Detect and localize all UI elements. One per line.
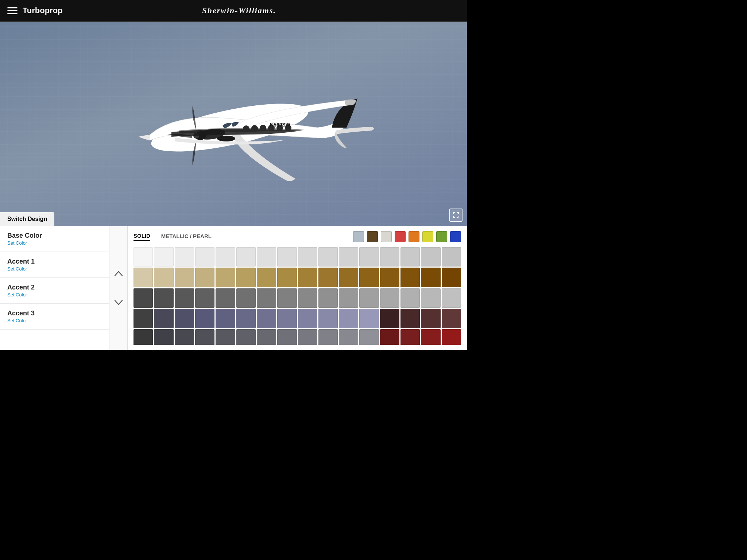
color-cell-2-3[interactable]	[195, 288, 214, 308]
sidebar-item-accent2[interactable]: Accent 2 Set Color	[0, 278, 109, 304]
color-cell-0-12[interactable]	[380, 247, 399, 267]
color-cell-3-13[interactable]	[400, 309, 420, 328]
color-cell-1-14[interactable]	[421, 268, 440, 287]
filter-swatch-4[interactable]	[409, 231, 419, 242]
color-cell-1-10[interactable]	[339, 268, 358, 287]
color-cell-0-7[interactable]	[277, 247, 297, 267]
color-cell-2-14[interactable]	[421, 288, 440, 308]
color-cell-0-1[interactable]	[154, 247, 173, 267]
sidebar-item-accent3[interactable]: Accent 3 Set Color	[0, 304, 109, 330]
color-cell-2-2[interactable]	[175, 288, 194, 308]
color-cell-0-6[interactable]	[257, 247, 276, 267]
color-cell-3-7[interactable]	[277, 309, 297, 328]
color-cell-4-0[interactable]	[133, 329, 153, 345]
color-cell-1-1[interactable]	[154, 268, 173, 287]
color-cell-0-4[interactable]	[216, 247, 235, 267]
filter-swatch-5[interactable]	[422, 231, 433, 242]
scroll-up-button[interactable]	[111, 266, 126, 281]
color-cell-3-10[interactable]	[339, 309, 358, 328]
fullscreen-button[interactable]	[449, 209, 462, 222]
color-cell-0-11[interactable]	[359, 247, 379, 267]
color-cell-0-3[interactable]	[195, 247, 214, 267]
color-cell-4-12[interactable]	[380, 329, 399, 345]
color-cell-0-10[interactable]	[339, 247, 358, 267]
filter-swatch-0[interactable]	[353, 231, 364, 242]
filter-swatch-3[interactable]	[395, 231, 406, 242]
color-cell-3-9[interactable]	[318, 309, 338, 328]
tab-metallic[interactable]: METALLIC / PEARL	[161, 233, 212, 241]
color-cell-0-2[interactable]	[175, 247, 194, 267]
color-cell-3-12[interactable]	[380, 309, 399, 328]
color-cell-0-14[interactable]	[421, 247, 440, 267]
color-cell-4-9[interactable]	[318, 329, 338, 345]
color-cell-3-14[interactable]	[421, 309, 440, 328]
color-cell-2-1[interactable]	[154, 288, 173, 308]
color-cell-0-5[interactable]	[236, 247, 256, 267]
color-cell-0-0[interactable]	[133, 247, 153, 267]
color-cell-2-0[interactable]	[133, 288, 153, 308]
color-cell-3-6[interactable]	[257, 309, 276, 328]
color-cell-4-14[interactable]	[421, 329, 440, 345]
color-cell-1-4[interactable]	[216, 268, 235, 287]
accent1-set-label: Set Color	[7, 266, 102, 272]
color-cell-3-8[interactable]	[298, 309, 317, 328]
filter-swatch-7[interactable]	[450, 231, 461, 242]
color-cell-3-1[interactable]	[154, 309, 173, 328]
filter-swatch-2[interactable]	[381, 231, 392, 242]
color-cell-4-6[interactable]	[257, 329, 276, 345]
sidebar-item-base-color[interactable]: Base Color Set Color	[0, 226, 109, 252]
color-cell-0-15[interactable]	[442, 247, 461, 267]
color-cell-1-8[interactable]	[298, 268, 317, 287]
color-cell-1-13[interactable]	[400, 268, 420, 287]
color-cell-4-3[interactable]	[195, 329, 214, 345]
color-cell-3-3[interactable]	[195, 309, 214, 328]
color-cell-1-6[interactable]	[257, 268, 276, 287]
color-cell-3-11[interactable]	[359, 309, 379, 328]
color-cell-2-10[interactable]	[339, 288, 358, 308]
color-cell-1-0[interactable]	[133, 268, 153, 287]
color-cell-1-2[interactable]	[175, 268, 194, 287]
color-cell-3-4[interactable]	[216, 309, 235, 328]
color-cell-4-10[interactable]	[339, 329, 358, 345]
color-cell-1-9[interactable]	[318, 268, 338, 287]
color-cell-1-11[interactable]	[359, 268, 379, 287]
color-cell-4-8[interactable]	[298, 329, 317, 345]
color-cell-3-2[interactable]	[175, 309, 194, 328]
color-cell-3-0[interactable]	[133, 309, 153, 328]
color-cell-2-8[interactable]	[298, 288, 317, 308]
color-cell-2-5[interactable]	[236, 288, 256, 308]
filter-swatch-6[interactable]	[436, 231, 447, 242]
color-cell-1-7[interactable]	[277, 268, 297, 287]
color-cell-4-5[interactable]	[236, 329, 256, 345]
color-cell-2-7[interactable]	[277, 288, 297, 308]
color-cell-0-9[interactable]	[318, 247, 338, 267]
color-cell-4-13[interactable]	[400, 329, 420, 345]
tab-solid[interactable]: SOLID	[133, 233, 150, 241]
color-cell-4-1[interactable]	[154, 329, 173, 345]
color-cell-1-5[interactable]	[236, 268, 256, 287]
color-cell-2-9[interactable]	[318, 288, 338, 308]
filter-swatch-1[interactable]	[367, 231, 378, 242]
color-cell-4-2[interactable]	[175, 329, 194, 345]
color-cell-4-7[interactable]	[277, 329, 297, 345]
color-cell-0-13[interactable]	[400, 247, 420, 267]
color-cell-2-11[interactable]	[359, 288, 379, 308]
color-cell-2-6[interactable]	[257, 288, 276, 308]
color-cell-3-5[interactable]	[236, 309, 256, 328]
sidebar-item-accent1[interactable]: Accent 1 Set Color	[0, 252, 109, 278]
menu-button[interactable]	[7, 7, 18, 14]
color-cell-1-12[interactable]	[380, 268, 399, 287]
color-cell-2-4[interactable]	[216, 288, 235, 308]
color-cell-2-13[interactable]	[400, 288, 420, 308]
color-cell-3-15[interactable]	[442, 309, 461, 328]
color-cell-1-15[interactable]	[442, 268, 461, 287]
color-cell-1-3[interactable]	[195, 268, 214, 287]
color-cell-2-15[interactable]	[442, 288, 461, 308]
color-cell-4-11[interactable]	[359, 329, 379, 345]
color-cell-4-4[interactable]	[216, 329, 235, 345]
scroll-down-button[interactable]	[111, 295, 126, 310]
switch-design-button[interactable]: Switch Design	[0, 212, 54, 226]
color-cell-4-15[interactable]	[442, 329, 461, 345]
color-cell-2-12[interactable]	[380, 288, 399, 308]
color-cell-0-8[interactable]	[298, 247, 317, 267]
